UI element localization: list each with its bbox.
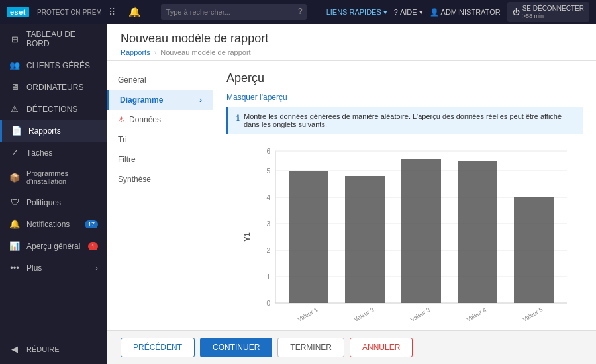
sidebar-item-tableau-de-bord[interactable]: ⊞ TABLEAU DE BORD [0,24,107,54]
svg-text:1: 1 [266,273,270,281]
breadcrumb: Rapports › Nouveau modèle de rapport [121,48,583,56]
hide-apercu-link[interactable]: Masquer l'aperçu [226,93,287,102]
tasks-icon: ✓ [9,148,20,158]
continuer-button[interactable]: CONTINUER [200,338,272,357]
breadcrumb-separator: › [154,48,157,56]
sidebar-item-taches[interactable]: ✓ Tâches [0,142,107,163]
content-area: Nouveau modèle de rapport Rapports › Nou… [107,24,596,364]
form-nav-filtre[interactable]: Filtre [107,150,213,169]
sidebar-label-programmes: Programmes d'installation [26,169,98,185]
eset-logo: eset [7,7,29,17]
terminer-button[interactable]: TERMINER [277,338,344,357]
collapse-icon: ◀ [9,344,20,354]
sidebar-item-rapports[interactable]: 📄 Rapports [0,120,107,142]
sidebar-item-plus[interactable]: ••• Plus › [0,257,107,279]
svg-text:4: 4 [266,194,270,201]
liens-rapides-button[interactable]: LIENS RAPIDES ▾ [326,8,387,17]
filtre-label: Filtre [118,155,136,164]
form-nav-synthese[interactable]: Synthèse [107,169,213,189]
sidebar-label-politiques: Politiques [26,198,61,207]
form-area: Général Diagramme › ⚠ Données Tri Filtre [107,61,596,330]
svg-text:6: 6 [266,148,270,155]
logout-button[interactable]: ⏻ SE DÉCONNECTER >58 min [507,2,589,23]
svg-text:0: 0 [266,300,270,307]
sidebar-item-clients-geres[interactable]: 👥 CLIENTS GÉRÉS [0,54,107,76]
breadcrumb-current: Nouveau modèle de rapport [160,48,250,56]
page-title: Nouveau modèle de rapport [121,32,583,46]
apercu-title: Aperçu [226,71,583,85]
svg-text:2: 2 [266,247,270,254]
sidebar-bottom: ◀ RÉDUIRE [0,334,107,364]
info-banner: ℹ Montre les données générées de manière… [226,107,583,134]
svg-text:3: 3 [266,220,270,228]
synthese-label: Synthèse [118,175,151,184]
svg-text:Valeur 4: Valeur 4 [466,306,487,323]
product-name: PROTECT ON-PREM [37,9,102,16]
breadcrumb-root[interactable]: Rapports [121,48,150,56]
sidebar-reduire-button[interactable]: ◀ RÉDUIRE [0,338,107,360]
sidebar-label-apercu: Aperçu général [26,242,80,251]
sidebar-label-detections: DÉTECTIONS [26,105,77,114]
grid-icon[interactable]: ⠿ [109,7,115,17]
y-axis-label: Y1 [243,232,251,241]
diagramme-label: Diagramme [120,95,163,105]
apercu-badge: 1 [88,242,98,250]
sidebar-item-detections[interactable]: ⚠ DÉTECTIONS [0,98,107,120]
eset-logo-text: eset [7,7,29,17]
precedent-button[interactable]: PRÉCÉDENT [121,338,195,357]
warn-icon: ⚠ [118,115,125,124]
svg-rect-18 [458,161,497,303]
chart-container: 0 1 2 3 4 5 6 [249,144,580,330]
sidebar-label-clients: CLIENTS GÉRÉS [26,61,90,70]
install-icon: 📦 [9,173,20,183]
svg-text:Valeur 2: Valeur 2 [353,306,375,323]
sidebar: ⊞ TABLEAU DE BORD 👥 CLIENTS GÉRÉS 🖥 ORDI… [0,24,107,364]
svg-rect-15 [289,171,328,303]
topbar: eset PROTECT ON-PREM ⠿ 🔔 ? LIENS RAPIDES… [0,0,596,24]
search-icon: ? [298,7,303,16]
bell-icon[interactable]: 🔔 [128,6,141,18]
sidebar-label-notifications: Notifications [26,220,70,229]
bell-sidebar-icon: 🔔 [9,219,20,229]
sidebar-item-apercu-general[interactable]: 📊 Aperçu général 1 [0,235,107,257]
form-nav-tri[interactable]: Tri [107,130,213,150]
search-input[interactable] [161,4,307,20]
search-container: ? [148,4,320,20]
chevron-down-icon: ▾ [383,8,387,17]
help-icon: ? [394,8,398,16]
aide-button[interactable]: ? AIDE ▾ [394,8,423,17]
overview-icon: 📊 [9,241,20,251]
sidebar-item-ordinateurs[interactable]: 🖥 ORDINATEURS [0,76,107,98]
chart-wrapper: 0 1 2 3 4 5 6 [226,144,583,330]
form-nav-donnees[interactable]: ⚠ Données [107,110,213,130]
dashboard-icon: ⊞ [9,34,20,44]
sidebar-label-taches: Tâches [26,148,52,158]
reports-icon: 📄 [11,126,22,136]
computer-icon: 🖥 [9,82,20,92]
admin-button[interactable]: 👤 ADMINISTRATOR [430,8,501,17]
sidebar-item-notifications[interactable]: 🔔 Notifications 17 [0,213,107,235]
svg-text:Valeur 3: Valeur 3 [409,306,431,323]
main-layout: ⊞ TABLEAU DE BORD 👥 CLIENTS GÉRÉS 🖥 ORDI… [0,24,596,364]
svg-rect-17 [401,159,441,303]
info-text: Montre les données générées de manière a… [244,113,575,128]
svg-rect-16 [345,176,385,303]
annuler-button[interactable]: ANNULER [350,338,413,357]
user-icon: 👤 [430,8,439,17]
warning-icon: ⚠ [9,104,20,114]
more-icon: ••• [9,263,20,273]
form-nav-diagramme[interactable]: Diagramme › [107,90,213,110]
general-label: Général [118,75,146,85]
form-content: Aperçu Masquer l'aperçu ℹ Montre les don… [213,61,596,330]
svg-text:5: 5 [266,167,270,175]
sidebar-item-programmes[interactable]: 📦 Programmes d'installation [0,163,107,191]
sidebar-label-rapports: Rapports [28,126,61,136]
chart-svg: 0 1 2 3 4 5 6 [249,144,580,330]
sidebar-item-politiques[interactable]: 🛡 Politiques [0,191,107,213]
tri-label: Tri [118,135,127,144]
form-nav: Général Diagramme › ⚠ Données Tri Filtre [107,61,213,330]
svg-text:Valeur 1: Valeur 1 [297,306,319,323]
svg-rect-19 [514,197,554,303]
form-nav-general[interactable]: Général [107,70,213,90]
sidebar-label-tableau: TABLEAU DE BORD [26,30,98,48]
